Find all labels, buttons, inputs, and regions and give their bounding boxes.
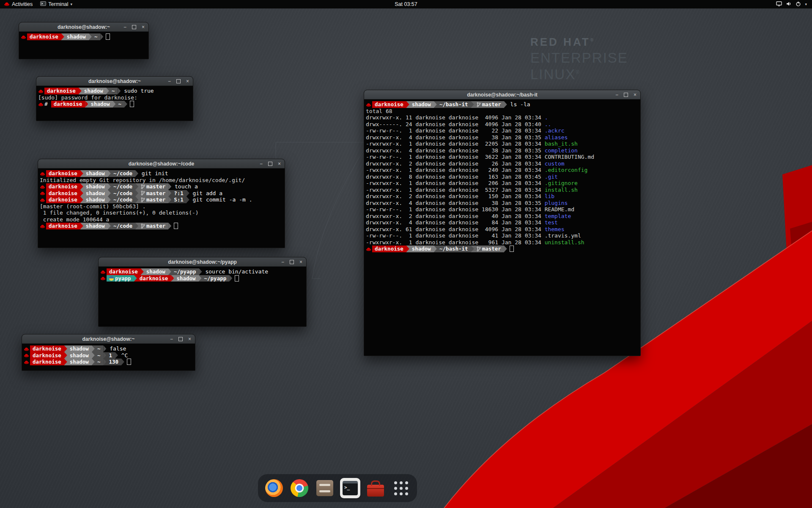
prompt-segment-red: darknoise xyxy=(372,101,406,108)
powerline-separator xyxy=(64,352,67,359)
prompt-segment-dark: ~/bash-it xyxy=(437,246,471,252)
powerline-separator xyxy=(103,352,106,359)
redhat-icon xyxy=(40,224,45,229)
close-button[interactable]: × xyxy=(186,79,189,84)
powerline-separator xyxy=(168,183,171,190)
minimize-button[interactable]: − xyxy=(168,79,171,84)
clock[interactable]: Sat 03:57 xyxy=(395,1,417,7)
prompt-segment-dark: ~ xyxy=(92,33,101,40)
window-title: darknoise@shadow:~/pyapp xyxy=(168,259,237,265)
close-button[interactable]: × xyxy=(299,260,302,265)
maximize-button[interactable] xyxy=(290,260,294,264)
terminal-line: -rwxrwxr-x. 1 darknoise darknoise 206 Ja… xyxy=(366,180,639,187)
powerline-separator xyxy=(187,190,189,197)
terminal-text: -rw-rw-r--. 1 darknoise darknoise 22 Jan… xyxy=(366,127,545,134)
window-titlebar[interactable]: darknoise@shadow:~ − × xyxy=(36,77,193,86)
window-titlebar[interactable]: darknoise@shadow:~ − × xyxy=(19,22,148,32)
maximize-button[interactable] xyxy=(624,93,628,97)
prompt-segment-red: darknoise xyxy=(46,190,80,197)
window-titlebar[interactable]: darknoise@shadow:~ − × xyxy=(22,334,195,344)
terminal-text: drwxrwxr-x. 11 darknoise darknoise 4096 … xyxy=(366,114,545,121)
prompt-segment-gray: shadow xyxy=(82,88,106,94)
close-button[interactable]: × xyxy=(188,337,191,342)
terminal-line: -rwxrwxr-x. 1 darknoise darknoise 2205 J… xyxy=(366,141,639,147)
powerline-separator xyxy=(92,352,95,359)
minimize-button[interactable]: − xyxy=(281,260,284,265)
prompt-segment-dark: ~ xyxy=(95,352,104,359)
close-button[interactable]: × xyxy=(634,92,636,97)
terminal-text: drwxrwxr-x. 4 darknoise darknoise 84 Jan… xyxy=(366,219,545,226)
git-branch-icon xyxy=(141,224,145,229)
prompt-segment-git: master xyxy=(474,246,504,252)
terminal-window-exit-codes: darknoise@shadow:~ − × darknoiseshadow~ … xyxy=(22,334,195,371)
terminal-line: drwxrwxr-x. 2 darknoise darknoise 26 Jan… xyxy=(366,160,639,167)
prompt-segment-dark: ~ xyxy=(95,359,104,365)
terminal-content[interactable]: darknoiseshadow~/bash-itmaster ls -latot… xyxy=(364,99,640,254)
powerline-separator xyxy=(406,246,409,252)
redhat-icon xyxy=(100,269,106,274)
prompt-segment-gray: shadow xyxy=(83,223,108,229)
dock-item-terminal[interactable]: >_ xyxy=(339,476,361,500)
file-manager-icon xyxy=(316,480,333,496)
git-branch-icon xyxy=(141,190,145,196)
terminal-line: drwxrwxr-x. 11 darknoise darknoise 4096 … xyxy=(366,114,639,121)
terminal-text: plugins xyxy=(545,200,568,206)
minimize-button[interactable]: − xyxy=(170,337,173,342)
window-title: darknoise@shadow:~ xyxy=(58,24,110,30)
dock-item-files[interactable] xyxy=(314,476,336,500)
dock-item-toolbox[interactable] xyxy=(365,476,387,500)
terminal-text: 1 file changed, 0 insertions(+), 0 delet… xyxy=(40,210,199,216)
prompt-segment-status: 1 xyxy=(106,352,115,359)
terminal-text: touch a xyxy=(171,183,198,190)
terminal-content[interactable]: darknoiseshadow~/code git initInitialize… xyxy=(38,168,285,231)
terminal-line: drwxrwxr-x. 2 darknoise darknoise 40 Jan… xyxy=(366,213,639,220)
dock-item-chrome[interactable] xyxy=(288,476,310,500)
dock: >_ xyxy=(258,474,417,502)
redhat-icon xyxy=(366,246,371,251)
terminal-content[interactable]: darknoiseshadow~ falsedarknoiseshadow~1 … xyxy=(22,344,195,367)
app-menu-terminal[interactable]: Terminal ▾ xyxy=(36,0,76,8)
terminal-content[interactable]: darknoiseshadow~ sudo true[sudo] passwor… xyxy=(36,86,193,109)
powerline-separator xyxy=(406,101,409,108)
powerline-separator xyxy=(108,223,111,229)
maximize-button[interactable] xyxy=(178,337,183,341)
terminal-text: drwxrwxr-x. 4 darknoise darknoise 38 Jan… xyxy=(366,147,545,154)
terminal-line: drwxrwxr-x. 4 darknoise darknoise 38 Jan… xyxy=(366,200,639,207)
window-titlebar[interactable]: darknoise@shadow:~/pyapp − × xyxy=(99,257,306,267)
prompt-segment-dark: ~/pyapp xyxy=(171,268,199,275)
powerline-separator xyxy=(124,101,127,108)
rhel-wordmark-linux: LINUX® xyxy=(530,66,628,83)
terminal-line: 1 file changed, 0 insertions(+), 0 delet… xyxy=(40,210,283,216)
terminal-window-pyapp: darknoise@shadow:~/pyapp − × darknoisesh… xyxy=(98,257,307,327)
terminal-text: [master (root-commit) 50bcb63] . xyxy=(40,203,145,210)
redhat-icon xyxy=(38,88,44,94)
terminal-text: CONTRIBUTING.md xyxy=(545,154,594,160)
close-button[interactable]: × xyxy=(142,25,145,30)
window-title: darknoise@shadow:~ xyxy=(82,336,134,342)
maximize-button[interactable] xyxy=(132,25,136,29)
terminal-content[interactable]: darknoiseshadow~/pyapp source bin/activa… xyxy=(99,267,306,283)
minimize-button[interactable]: − xyxy=(123,25,126,30)
terminal-line: create mode 100644 a xyxy=(40,216,283,223)
window-titlebar[interactable]: darknoise@shadow:~/code − × xyxy=(38,159,285,168)
powerline-separator xyxy=(108,170,111,177)
system-status-area[interactable]: ▾ xyxy=(773,0,810,8)
dock-item-firefox[interactable] xyxy=(263,476,285,500)
minimize-button[interactable]: − xyxy=(260,161,263,166)
terminal-content[interactable]: darknoiseshadow~ xyxy=(19,32,148,42)
close-button[interactable]: × xyxy=(278,161,281,166)
prompt-segment-red: darknoise xyxy=(30,359,64,365)
maximize-button[interactable] xyxy=(268,162,272,166)
terminal-text: lib xyxy=(545,193,554,199)
minimize-button[interactable]: − xyxy=(615,92,618,97)
prompt-segment-status: ?:1 xyxy=(171,190,187,197)
dock-item-app-grid[interactable] xyxy=(390,476,412,500)
terminal-text: completion xyxy=(545,147,578,154)
maximize-button[interactable] xyxy=(176,79,181,83)
terminal-text: -rwxrwxr-x. 1 darknoise darknoise 961 Ja… xyxy=(366,239,545,246)
git-branch-icon xyxy=(141,184,145,189)
terminal-text: -rwxrwxr-x. 1 darknoise darknoise 240 Ja… xyxy=(366,167,545,173)
window-titlebar[interactable]: darknoise@shadow:~/bash-it − × xyxy=(364,90,640,99)
app-grid-icon xyxy=(394,481,408,495)
activities-button[interactable]: Activities xyxy=(0,0,36,8)
